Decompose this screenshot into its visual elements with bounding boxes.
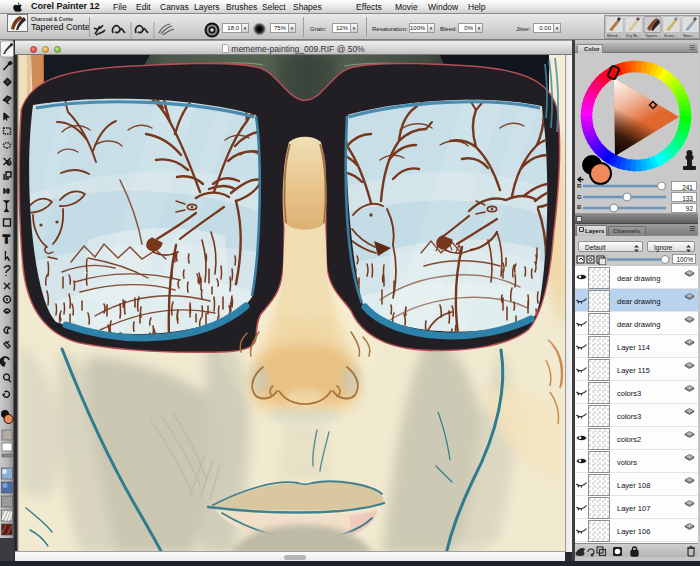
svg-text:Blend...: Blend... bbox=[607, 33, 621, 38]
svg-text:Tapere...: Tapere... bbox=[645, 33, 661, 38]
svg-text:Nerv...: Nerv... bbox=[683, 33, 694, 38]
svg-text:T: T bbox=[3, 233, 10, 245]
svg-text:Scrat...: Scrat... bbox=[664, 33, 677, 38]
svg-text:Dry Br...: Dry Br... bbox=[626, 33, 640, 38]
